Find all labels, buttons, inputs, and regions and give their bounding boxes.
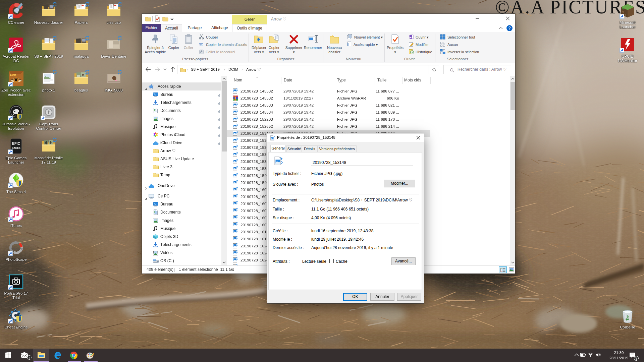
svg-text:W...: W... — [200, 44, 203, 46]
svg-text:GAMES: GAMES — [12, 147, 20, 149]
svg-text:EPIC: EPIC — [12, 142, 20, 145]
svg-text:OTO CAPE: OTO CAPE — [11, 248, 23, 250]
